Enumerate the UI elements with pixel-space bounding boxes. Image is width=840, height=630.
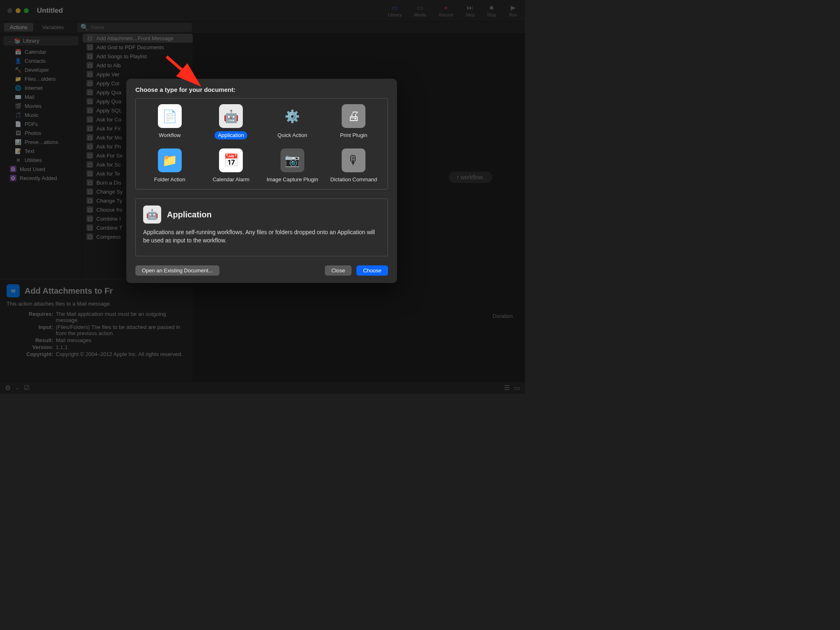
type-icon: 📁 <box>158 148 182 172</box>
type-label: Quick Action <box>274 131 310 139</box>
document-type-dialog: Choose a type for your document: 📄Workfl… <box>126 79 397 283</box>
type-label: Image Capture Plugin <box>263 176 322 184</box>
type-label: Print Plugin <box>337 131 370 139</box>
type-label: Application <box>215 131 247 139</box>
close-button[interactable]: Close <box>325 265 352 276</box>
type-calendar-alarm[interactable]: 📅Calendar Alarm <box>201 148 262 184</box>
type-description-text: Applications are self-running workflows.… <box>143 228 380 244</box>
type-description-box: 🤖 Application Applications are self-runn… <box>135 199 388 256</box>
type-icon: ⚙️ <box>281 104 304 128</box>
type-quick-action[interactable]: ⚙️Quick Action <box>262 104 323 139</box>
dialog-title: Choose a type for your document: <box>135 86 388 93</box>
type-label: Workflow <box>155 131 184 139</box>
type-icon: 📄 <box>158 104 182 128</box>
open-existing-button[interactable]: Open an Existing Document... <box>135 265 219 276</box>
type-dictation-command[interactable]: 🎙Dictation Command <box>323 148 385 184</box>
type-label: Calendar Alarm <box>209 176 253 184</box>
type-icon: 🤖 <box>219 104 243 128</box>
type-print-plugin[interactable]: 🖨Print Plugin <box>323 104 385 139</box>
type-label: Dictation Command <box>327 176 380 184</box>
type-image-capture-plugin[interactable]: 📷Image Capture Plugin <box>262 148 323 184</box>
type-folder-action[interactable]: 📁Folder Action <box>139 148 201 184</box>
choose-button[interactable]: Choose <box>356 265 388 276</box>
automator-icon: 🤖 <box>143 205 161 224</box>
type-icon: 🎙 <box>342 148 365 172</box>
type-workflow[interactable]: 📄Workflow <box>139 104 201 139</box>
type-application[interactable]: 🤖Application <box>201 104 262 139</box>
type-label: Folder Action <box>151 176 189 184</box>
type-icon: 🖨 <box>342 104 365 128</box>
dialog-buttons: Open an Existing Document... Close Choos… <box>135 265 388 276</box>
type-icon: 📅 <box>219 148 243 172</box>
type-grid: 📄Workflow🤖Application⚙️Quick Action🖨Prin… <box>135 98 388 189</box>
type-icon: 📷 <box>281 148 304 172</box>
type-description-title: Application <box>167 210 212 219</box>
